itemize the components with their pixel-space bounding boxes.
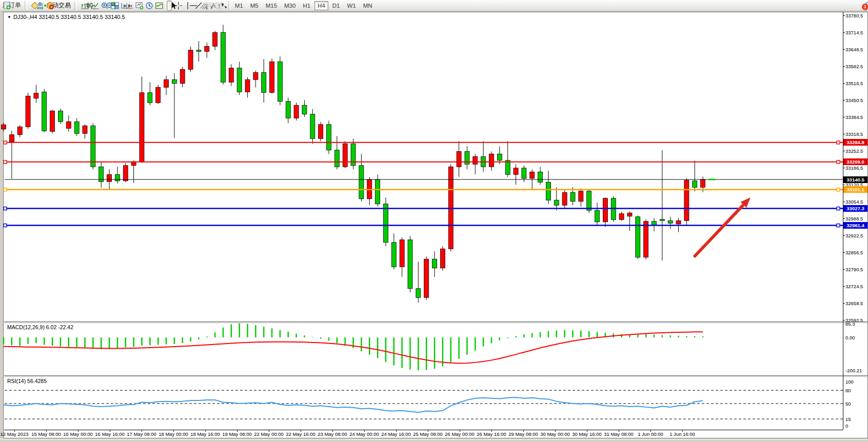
price-tick-label: 32724.5 [845,284,863,289]
time-label: 24 May 16:00 [381,431,411,437]
time-label: 30 May 00:00 [540,431,570,437]
templates-icon [155,2,163,10]
time-label: 16 May 00:00 [63,431,93,437]
macd-chart[interactable] [5,323,843,375]
price-level-badge[interactable]: 33209.0 [843,158,867,165]
price-tickmark [843,168,845,168]
tab-timeframe-H1[interactable]: H1 [300,1,313,10]
price-tick-label: 33450.5 [845,97,863,103]
price-tick-label: 33780.5 [845,13,863,18]
rsi-chart[interactable] [5,377,843,430]
tab-timeframe-M15[interactable]: M15 [263,1,280,10]
macd-axis-label: 0.00 [845,335,855,340]
price-tickmark [843,151,845,151]
chart-title: ▼DJ30-,H4 33140.5 33140.5 33140.5 33140.… [7,14,125,20]
rsi-axis-label: 15 [845,416,851,422]
macd-axis-label: 85.3 [845,321,855,327]
price-tickmark [843,269,845,270]
tab-timeframe-H4[interactable]: H4 [314,1,328,10]
timeframe-bar: M1M5M15M30H1H4D1W1MN [232,1,376,10]
rsi-axis-label: 80 [845,388,851,393]
time-label: 22 May 00:00 [254,431,284,437]
price-tickmark [843,100,845,101]
time-label: 29 May 08:00 [508,431,538,437]
profiles-button[interactable] [28,1,33,11]
arrows-icon [220,2,228,10]
rsi-axis-label: 100 [845,379,854,385]
time-label: 1 Jun 16:00 [669,431,695,437]
chart-shift-icon [126,2,134,10]
price-level-badge[interactable]: 33140.5 [843,176,867,183]
price-tickmark [843,218,845,219]
new-order-icon [3,2,11,10]
price-tick-label: 33054.5 [845,199,863,205]
price-tickmark [843,15,845,16]
price-level-badge[interactable]: 33027.3 [843,205,867,212]
time-label: 18 May 00:00 [159,431,188,437]
tab-timeframe-D1[interactable]: D1 [329,1,343,10]
price-tickmark [843,49,845,50]
price-tick-label: 33186.5 [845,165,863,171]
symbol-dropdown-icon: ▼ [7,15,11,19]
autotrading-icon [46,2,54,10]
tile-windows-icon [111,2,119,10]
time-label: 18 May 16:00 [190,431,220,437]
toolbar-separator [74,1,77,10]
tab-timeframe-M1[interactable]: M1 [232,1,246,10]
price-tickmark [843,32,845,33]
price-level-badge[interactable]: 33101.1 [843,186,867,193]
tab-timeframe-M30[interactable]: M30 [281,1,299,10]
main-toolbar: 新订单 自动交易 [0,0,868,11]
price-tick-label: 32922.5 [845,233,863,238]
time-label: 26 May 00:00 [445,431,475,437]
panel-separator[interactable] [4,322,868,322]
autotrading-button[interactable]: 自动交易 [44,1,73,11]
panel-separator[interactable] [4,375,868,376]
time-label: 1 Jun 00:00 [638,431,663,437]
indicators-icon [135,2,144,10]
time-label: 26 May 16:00 [477,431,506,437]
time-label: 23 May 08:00 [318,431,347,437]
periods-button[interactable]: ▼ [143,1,152,11]
templates-button[interactable]: ▼ [152,1,162,11]
rsi-axis-label: 50 [845,401,851,407]
price-tickmark [843,235,845,236]
price-tick-label: 33582.5 [845,64,863,69]
line-chart-icon [91,2,99,10]
time-label: 12 May 2023 [1,431,29,437]
status-bar [0,439,868,442]
new-order-button[interactable]: 新订单 [0,1,24,11]
price-tickmark [843,134,845,134]
time-label: 15 May 08:00 [31,431,61,437]
price-tick-label: 33318.5 [845,131,863,137]
bar-chart-button[interactable] [78,1,83,11]
tab-timeframe-W1[interactable]: W1 [344,1,359,10]
indicators-button[interactable]: ▼ [133,1,143,11]
price-tick-label: 32856.5 [845,250,863,255]
price-tick-label: 33252.5 [845,148,863,154]
price-tick-label: 32790.5 [845,267,863,272]
time-label: 31 May 08:00 [604,431,634,437]
tab-timeframe-MN[interactable]: MN [360,1,376,10]
tab-timeframe-M5[interactable]: M5 [247,1,262,10]
price-tick-label: 33384.5 [845,114,863,120]
time-label: 17 May 08:00 [127,431,156,437]
time-label: 19 May 08:00 [222,431,252,437]
candlestick-chart[interactable] [5,21,843,321]
toolbar-separator [25,1,27,10]
time-label: 16 May 16:00 [95,431,125,437]
time-label: 24 May 00:00 [349,431,379,437]
cursor-button[interactable] [167,1,172,11]
price-axis-line [843,12,843,430]
price-tick-label: 32988.5 [845,216,863,222]
price-tickmark [843,252,845,253]
time-label: 22 May 16:00 [286,431,315,437]
notification-badge: 1 [862,4,868,10]
price-level-badge[interactable]: 33284.8 [843,139,867,146]
time-label: 25 May 08:00 [413,431,443,437]
price-tick-label: 33648.5 [845,47,863,52]
price-tickmark [843,303,845,304]
price-level-badge[interactable]: 32961.4 [843,222,867,229]
crosshair-icon [174,2,183,10]
price-tickmark [843,66,845,67]
